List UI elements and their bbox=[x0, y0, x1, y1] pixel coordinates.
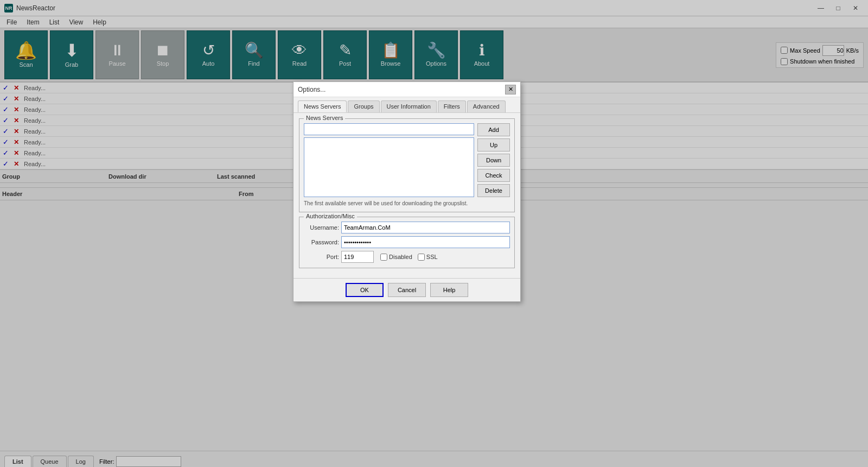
servers-buttons: Add Up Down Check Delete bbox=[477, 123, 510, 197]
password-input[interactable] bbox=[341, 236, 510, 248]
up-button[interactable]: Up bbox=[477, 138, 510, 152]
username-input[interactable] bbox=[341, 222, 510, 234]
ssl-check-label: SSL bbox=[418, 254, 438, 261]
port-label: Port: bbox=[304, 254, 339, 260]
dialog-tabs: News Servers Groups User Information Fil… bbox=[293, 97, 520, 113]
add-button[interactable]: Add bbox=[477, 123, 510, 136]
username-row: Username: bbox=[304, 222, 510, 234]
info-text: The first available server will be used … bbox=[304, 200, 510, 206]
auth-section: Authorization/Misc Username: Password: P… bbox=[299, 217, 515, 268]
ssl-checkbox[interactable] bbox=[418, 254, 425, 261]
help-button[interactable]: Help bbox=[430, 283, 468, 297]
port-input[interactable] bbox=[341, 251, 374, 263]
dialog-title: Options... bbox=[298, 86, 326, 93]
down-button[interactable]: Down bbox=[477, 154, 510, 167]
tab-user-information[interactable]: User Information bbox=[381, 100, 437, 112]
dialog-content: News Servers Add Up Down Check Delete Th… bbox=[293, 113, 520, 278]
dialog-close-button[interactable]: ✕ bbox=[505, 85, 516, 94]
options-dialog: Options... ✕ News Servers Groups User In… bbox=[293, 81, 521, 302]
auth-legend: Authorization/Misc bbox=[304, 213, 357, 219]
password-row: Password: bbox=[304, 236, 510, 248]
server-input[interactable] bbox=[304, 123, 474, 135]
disabled-label: Disabled bbox=[389, 254, 412, 260]
news-servers-section: News Servers Add Up Down Check Delete Th… bbox=[299, 118, 515, 212]
tab-groups[interactable]: Groups bbox=[348, 100, 379, 112]
servers-row: Add Up Down Check Delete bbox=[304, 123, 510, 197]
port-row: Port: Disabled SSL bbox=[304, 251, 510, 263]
username-label: Username: bbox=[304, 224, 339, 231]
ssl-label: SSL bbox=[426, 254, 438, 260]
tab-filters[interactable]: Filters bbox=[438, 100, 466, 112]
news-servers-legend: News Servers bbox=[304, 115, 345, 121]
check-button[interactable]: Check bbox=[477, 169, 510, 182]
cancel-button[interactable]: Cancel bbox=[388, 283, 426, 297]
password-label: Password: bbox=[304, 239, 339, 245]
disabled-checkbox[interactable] bbox=[380, 254, 387, 261]
tab-advanced[interactable]: Advanced bbox=[467, 100, 506, 112]
delete-button[interactable]: Delete bbox=[477, 184, 510, 197]
dialog-footer: OK Cancel Help bbox=[293, 278, 520, 301]
servers-listbox[interactable] bbox=[304, 137, 474, 197]
tab-news-servers[interactable]: News Servers bbox=[298, 100, 347, 112]
modal-overlay: Options... ✕ News Servers Groups User In… bbox=[0, 0, 868, 467]
disabled-check-label: Disabled bbox=[380, 254, 412, 261]
ok-button[interactable]: OK bbox=[346, 283, 384, 297]
dialog-title-bar: Options... ✕ bbox=[293, 82, 520, 97]
